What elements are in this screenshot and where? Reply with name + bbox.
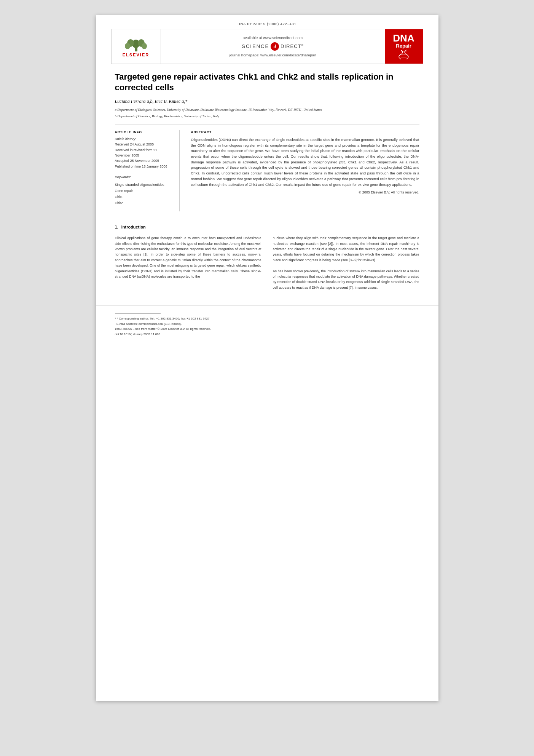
abstract-section: ABSTRACT Oligonucleotides (ODNs) can dir…	[191, 130, 419, 211]
footnote-email: E-mail address: ekmiec@udel.edu (E.B. Km…	[115, 321, 419, 327]
abstract-label: ABSTRACT	[191, 130, 419, 134]
keywords-list: Single-stranded oligonucleotides Gene re…	[115, 182, 174, 206]
divider-before-body	[115, 217, 419, 217]
introduction-col-left: Clinical applications of gene therapy co…	[115, 235, 261, 290]
footnote-issn: 1568-7864/$ – see front matter © 2005 El…	[115, 326, 419, 332]
introduction-two-col: Clinical applications of gene therapy co…	[115, 235, 419, 290]
introduction-text-right: nucleus where they align with their comp…	[273, 235, 419, 290]
divider-after-affiliations	[115, 125, 419, 125]
svg-point-5	[142, 43, 147, 49]
science-text: SCIENCE	[242, 43, 269, 49]
article-body: ARTICLE INFO Article history: Received 2…	[115, 130, 419, 211]
keywords-label: Keywords:	[115, 174, 174, 180]
dna-repair-logo: DNA Repair	[393, 33, 414, 49]
sd-icon: d	[271, 42, 279, 51]
keywords-section: Keywords: Single-stranded oligonucleotid…	[115, 174, 174, 206]
footnote-divider	[115, 313, 161, 314]
dna-repair-logo-section: DNA Repair	[385, 29, 423, 64]
header-bar: ELSEVIER available at www.sciencedirect.…	[111, 29, 423, 64]
affiliation-a: a Department of Biological Sciences, Uni…	[115, 107, 419, 113]
abstract-text: Oligonucleotides (ODNs) can direct the e…	[191, 137, 419, 187]
body-section-introduction: 1.Introduction Clinical applications of …	[115, 225, 419, 290]
dna-helix-icon	[397, 49, 410, 60]
journal-header: DNA REPAIR 5 (2006) 422–431 ELSEVIER	[96, 15, 438, 64]
article-info-label: ARTICLE INFO	[115, 130, 174, 134]
article-title: Targeted gene repair activates Chk1 and …	[115, 72, 419, 93]
science-direct-section: available at www.sciencedirect.com SCIEN…	[161, 29, 385, 64]
main-content: Targeted gene repair activates Chk1 and …	[96, 64, 438, 302]
journal-ref: DNA REPAIR 5 (2006) 422–431	[111, 22, 423, 26]
introduction-col-right: nucleus where they align with their comp…	[273, 235, 419, 290]
elsevier-tree-icon	[124, 35, 148, 53]
history-label: Article history: Received 24 August 2005…	[115, 136, 174, 169]
article-info-panel: ARTICLE INFO Article history: Received 2…	[115, 130, 180, 211]
svg-point-4	[125, 43, 130, 49]
footnote-doi: doi:10.1016/j.dnarep.2005.11.009	[115, 332, 419, 337]
footnote-corresponding: * * Corresponding author. Tel.: +1 302 8…	[115, 316, 419, 321]
page-footer: * * Corresponding author. Tel.: +1 302 8…	[96, 305, 438, 340]
section-title-introduction: 1.Introduction	[115, 225, 419, 229]
authors: Luciana Ferrara a,b, Eric B. Kmiec a,*	[115, 99, 419, 104]
abstract-copyright: © 2005 Elsevier B.V. All rights reserved…	[191, 190, 419, 194]
direct-text: DIRECT®	[281, 43, 304, 49]
elsevier-label: ELSEVIER	[123, 53, 149, 57]
article-history-section: Article history: Received 24 August 2005…	[115, 136, 174, 169]
affiliation-b: b Department of Genetics, Biology, Bioch…	[115, 114, 419, 119]
journal-homepage: journal homepage: www.elsevier.com/locat…	[230, 53, 316, 57]
page: DNA REPAIR 5 (2006) 422–431 ELSEVIER	[96, 15, 438, 701]
available-text: available at www.sciencedirect.com	[243, 36, 303, 40]
elsevier-section: ELSEVIER	[112, 29, 161, 64]
science-direct-row: SCIENCE d DIRECT®	[242, 42, 303, 51]
elsevier-logo: ELSEVIER	[123, 35, 149, 57]
introduction-text-left: Clinical applications of gene therapy co…	[115, 235, 261, 279]
